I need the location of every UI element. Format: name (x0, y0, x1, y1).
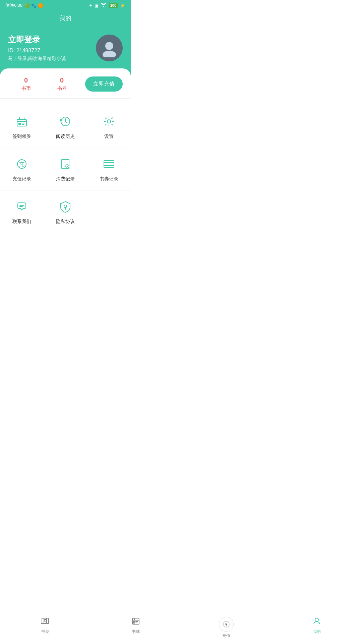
profile-login-text: 立即登录 (8, 34, 66, 45)
profile-desc: 马上登录,阅读海量精彩小说 (8, 56, 66, 62)
svg-point-5 (107, 120, 111, 123)
status-icons: 🟢 🐾 🟠 (24, 3, 43, 8)
recharge-button[interactable]: 立即充值 (85, 76, 123, 92)
profile-info: 立即登录 ID: 21493727 马上登录,阅读海量精彩小说 (8, 34, 66, 62)
recharge-history-icon: 充 (14, 156, 30, 172)
svg-text:¥: ¥ (66, 165, 68, 168)
history-label: 阅读历史 (56, 133, 75, 140)
contact-label: 联系我们 (12, 219, 31, 225)
signal-icon: ▣ (95, 3, 99, 8)
voucher-history-icon (101, 156, 117, 172)
profile-id: ID: 21493727 (8, 48, 66, 54)
contact-icon (14, 199, 30, 215)
menu-row-3: 联系我们 隐私协议 (0, 191, 131, 233)
vouchers-stat: 0 书券 (44, 76, 80, 92)
menu-item-recharge-history[interactable]: 充 充值记录 (0, 153, 44, 185)
coins-stat: 0 书币 (8, 76, 44, 92)
svg-point-0 (105, 42, 113, 50)
privacy-label: 隐私协议 (56, 219, 75, 225)
menu-item-settings[interactable]: 设置 (87, 111, 131, 142)
wifi-icon (101, 3, 107, 8)
menu-row-2: 充 充值记录 ¥ 消费记录 (0, 148, 131, 191)
menu-item-voucher-history[interactable]: 书券记录 (87, 153, 131, 185)
menu-item-consume[interactable]: ¥ 消费记录 (44, 153, 87, 185)
status-right: ✦ ▣ 100 ⚡ (89, 3, 125, 8)
bluetooth-icon: ✦ (89, 3, 93, 8)
vouchers-number: 0 (44, 76, 80, 84)
stats-row: 0 书币 0 书券 立即充值 (0, 76, 131, 99)
status-bar: 傍晚6:38 🟢 🐾 🟠 ··· ✦ ▣ 100 ⚡ (0, 0, 131, 11)
status-dots: ··· (45, 3, 49, 8)
history-icon (57, 113, 73, 129)
status-left: 傍晚6:38 🟢 🐾 🟠 ··· (5, 2, 49, 8)
recharge-history-label: 充值记录 (12, 176, 31, 182)
consume-label: 消费记录 (56, 176, 75, 182)
menu-item-privacy[interactable]: 隐私协议 (44, 196, 87, 227)
settings-label: 设置 (104, 133, 114, 140)
coins-label: 书币 (8, 86, 44, 92)
page-title: 我的 (59, 15, 71, 21)
menu-row-1: 签到领券 阅读历史 (0, 105, 131, 148)
coins-number: 0 (8, 76, 44, 84)
voucher-history-label: 书券记录 (100, 176, 118, 182)
menu-item-contact[interactable]: 联系我们 (0, 196, 44, 227)
settings-icon (101, 113, 117, 129)
battery-icon: 100 (109, 3, 118, 8)
page-header: 我的 (0, 11, 131, 29)
privacy-icon (57, 199, 73, 215)
consume-icon: ¥ (57, 156, 73, 172)
checkin-icon (14, 113, 30, 129)
checkin-label: 签到领券 (12, 133, 31, 140)
svg-point-1 (103, 51, 116, 57)
menu-item-checkin[interactable]: 签到领券 (0, 111, 44, 142)
svg-point-16 (64, 205, 67, 208)
charging-icon: ⚡ (120, 3, 125, 8)
svg-rect-2 (17, 119, 26, 126)
bottom-spacer (0, 239, 131, 270)
svg-text:充: 充 (19, 161, 24, 167)
menu-section: 签到领券 阅读历史 (0, 99, 131, 239)
card-area: 0 书币 0 书券 立即充值 签到领券 (0, 68, 131, 270)
vouchers-label: 书券 (44, 86, 80, 92)
status-time: 傍晚6:38 (5, 2, 22, 8)
svg-rect-3 (18, 123, 21, 125)
avatar[interactable] (96, 35, 123, 61)
menu-item-history[interactable]: 阅读历史 (44, 111, 87, 142)
